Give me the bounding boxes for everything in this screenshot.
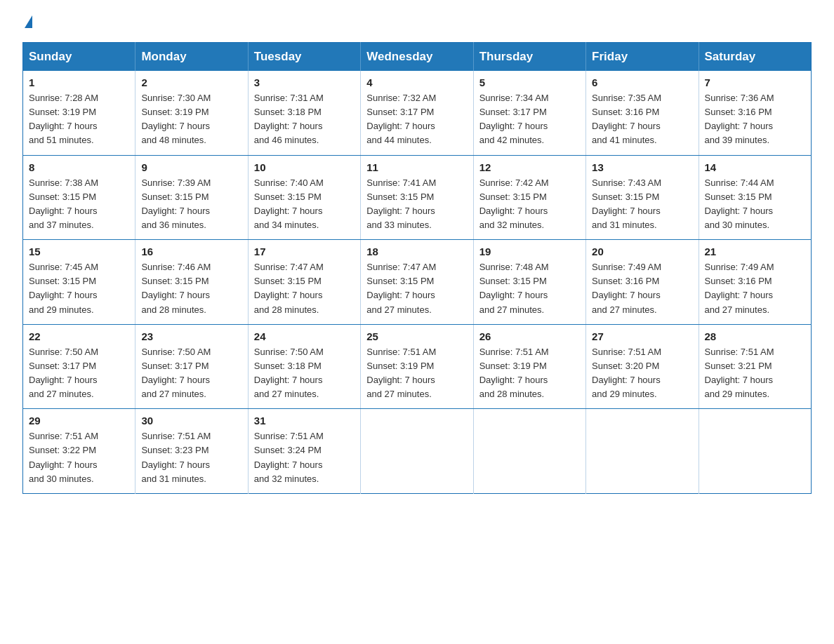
- day-info: Sunrise: 7:43 AMSunset: 3:15 PMDaylight:…: [592, 177, 661, 230]
- day-info: Sunrise: 7:46 AMSunset: 3:15 PMDaylight:…: [141, 262, 211, 314]
- day-info: Sunrise: 7:49 AMSunset: 3:16 PMDaylight:…: [592, 262, 661, 314]
- week-row-2: 8 Sunrise: 7:38 AMSunset: 3:15 PMDayligh…: [23, 155, 812, 240]
- day-number: 9: [141, 161, 241, 173]
- calendar-cell: 16 Sunrise: 7:46 AMSunset: 3:15 PMDaylig…: [135, 240, 248, 325]
- calendar-cell: 24 Sunrise: 7:50 AMSunset: 3:18 PMDaylig…: [248, 324, 360, 409]
- calendar-cell: [699, 409, 811, 494]
- day-info: Sunrise: 7:51 AMSunset: 3:24 PMDaylight:…: [254, 431, 324, 483]
- day-number: 14: [705, 161, 805, 173]
- day-number: 1: [29, 76, 129, 88]
- day-number: 12: [479, 161, 580, 173]
- calendar-table: SundayMondayTuesdayWednesdayThursdayFrid…: [22, 42, 812, 494]
- page-header: [22, 17, 812, 29]
- calendar-cell: 17 Sunrise: 7:47 AMSunset: 3:15 PMDaylig…: [248, 240, 360, 325]
- day-info: Sunrise: 7:31 AMSunset: 3:18 PMDaylight:…: [254, 93, 324, 145]
- calendar-cell: 19 Sunrise: 7:48 AMSunset: 3:15 PMDaylig…: [473, 240, 585, 325]
- day-info: Sunrise: 7:51 AMSunset: 3:20 PMDaylight:…: [592, 347, 661, 399]
- day-number: 16: [141, 246, 241, 257]
- day-number: 27: [592, 330, 692, 342]
- day-info: Sunrise: 7:48 AMSunset: 3:15 PMDaylight:…: [479, 262, 549, 314]
- day-number: 19: [479, 246, 580, 257]
- day-info: Sunrise: 7:36 AMSunset: 3:16 PMDaylight:…: [705, 93, 774, 145]
- calendar-cell: 22 Sunrise: 7:50 AMSunset: 3:17 PMDaylig…: [23, 324, 135, 409]
- day-number: 11: [366, 161, 467, 173]
- day-number: 29: [29, 415, 129, 427]
- calendar-cell: 5 Sunrise: 7:34 AMSunset: 3:17 PMDayligh…: [473, 71, 585, 155]
- day-info: Sunrise: 7:50 AMSunset: 3:18 PMDaylight:…: [254, 347, 324, 399]
- day-number: 22: [29, 330, 129, 342]
- calendar-cell: 29 Sunrise: 7:51 AMSunset: 3:22 PMDaylig…: [23, 409, 135, 494]
- calendar-cell: 21 Sunrise: 7:49 AMSunset: 3:16 PMDaylig…: [699, 240, 811, 325]
- day-info: Sunrise: 7:28 AMSunset: 3:19 PMDaylight:…: [29, 93, 98, 145]
- day-info: Sunrise: 7:38 AMSunset: 3:15 PMDaylight:…: [29, 177, 98, 230]
- calendar-cell: 12 Sunrise: 7:42 AMSunset: 3:15 PMDaylig…: [473, 155, 585, 240]
- day-number: 5: [479, 76, 580, 88]
- calendar-cell: 31 Sunrise: 7:51 AMSunset: 3:24 PMDaylig…: [248, 409, 360, 494]
- header-saturday: Saturday: [699, 43, 811, 72]
- day-info: Sunrise: 7:45 AMSunset: 3:15 PMDaylight:…: [29, 262, 98, 314]
- day-info: Sunrise: 7:44 AMSunset: 3:15 PMDaylight:…: [705, 177, 774, 230]
- header-tuesday: Tuesday: [248, 43, 360, 72]
- logo: [22, 17, 32, 29]
- calendar-cell: 28 Sunrise: 7:51 AMSunset: 3:21 PMDaylig…: [699, 324, 811, 409]
- header-monday: Monday: [135, 43, 248, 72]
- day-number: 24: [254, 330, 355, 342]
- header-wednesday: Wednesday: [361, 43, 473, 72]
- day-info: Sunrise: 7:51 AMSunset: 3:19 PMDaylight:…: [479, 347, 549, 399]
- calendar-cell: 26 Sunrise: 7:51 AMSunset: 3:19 PMDaylig…: [473, 324, 585, 409]
- day-info: Sunrise: 7:50 AMSunset: 3:17 PMDaylight:…: [29, 347, 98, 399]
- day-number: 10: [254, 161, 355, 173]
- day-number: 13: [592, 161, 692, 173]
- day-info: Sunrise: 7:51 AMSunset: 3:19 PMDaylight:…: [366, 347, 436, 399]
- calendar-cell: [361, 409, 473, 494]
- calendar-cell: 18 Sunrise: 7:47 AMSunset: 3:15 PMDaylig…: [361, 240, 473, 325]
- day-info: Sunrise: 7:35 AMSunset: 3:16 PMDaylight:…: [592, 93, 661, 145]
- day-number: 2: [141, 76, 241, 88]
- calendar-cell: 9 Sunrise: 7:39 AMSunset: 3:15 PMDayligh…: [135, 155, 248, 240]
- day-info: Sunrise: 7:41 AMSunset: 3:15 PMDaylight:…: [366, 177, 436, 230]
- calendar-cell: 6 Sunrise: 7:35 AMSunset: 3:16 PMDayligh…: [586, 71, 699, 155]
- day-number: 17: [254, 246, 355, 257]
- calendar-cell: 14 Sunrise: 7:44 AMSunset: 3:15 PMDaylig…: [699, 155, 811, 240]
- day-info: Sunrise: 7:51 AMSunset: 3:23 PMDaylight:…: [141, 431, 211, 483]
- week-row-5: 29 Sunrise: 7:51 AMSunset: 3:22 PMDaylig…: [23, 409, 812, 494]
- calendar-cell: 3 Sunrise: 7:31 AMSunset: 3:18 PMDayligh…: [248, 71, 360, 155]
- week-row-3: 15 Sunrise: 7:45 AMSunset: 3:15 PMDaylig…: [23, 240, 812, 325]
- day-number: 25: [366, 330, 467, 342]
- day-number: 18: [366, 246, 467, 257]
- day-number: 31: [254, 415, 355, 427]
- calendar-cell: 15 Sunrise: 7:45 AMSunset: 3:15 PMDaylig…: [23, 240, 135, 325]
- calendar-cell: 11 Sunrise: 7:41 AMSunset: 3:15 PMDaylig…: [361, 155, 473, 240]
- calendar-cell: 20 Sunrise: 7:49 AMSunset: 3:16 PMDaylig…: [586, 240, 699, 325]
- calendar-cell: 7 Sunrise: 7:36 AMSunset: 3:16 PMDayligh…: [699, 71, 811, 155]
- header-friday: Friday: [586, 43, 699, 72]
- day-info: Sunrise: 7:34 AMSunset: 3:17 PMDaylight:…: [479, 93, 549, 145]
- day-number: 6: [592, 76, 692, 88]
- logo-arrow-icon: [25, 15, 32, 28]
- day-number: 23: [141, 330, 241, 342]
- day-info: Sunrise: 7:49 AMSunset: 3:16 PMDaylight:…: [705, 262, 774, 314]
- day-number: 4: [366, 76, 467, 88]
- calendar-cell: 30 Sunrise: 7:51 AMSunset: 3:23 PMDaylig…: [135, 409, 248, 494]
- day-number: 28: [705, 330, 805, 342]
- day-info: Sunrise: 7:47 AMSunset: 3:15 PMDaylight:…: [366, 262, 436, 314]
- day-info: Sunrise: 7:51 AMSunset: 3:22 PMDaylight:…: [29, 431, 98, 483]
- day-number: 3: [254, 76, 355, 88]
- day-number: 30: [141, 415, 241, 427]
- header-sunday: Sunday: [23, 43, 135, 72]
- calendar-cell: 1 Sunrise: 7:28 AMSunset: 3:19 PMDayligh…: [23, 71, 135, 155]
- day-info: Sunrise: 7:30 AMSunset: 3:19 PMDaylight:…: [141, 93, 211, 145]
- day-number: 15: [29, 246, 129, 257]
- week-row-4: 22 Sunrise: 7:50 AMSunset: 3:17 PMDaylig…: [23, 324, 812, 409]
- calendar-cell: 13 Sunrise: 7:43 AMSunset: 3:15 PMDaylig…: [586, 155, 699, 240]
- calendar-cell: [473, 409, 585, 494]
- calendar-cell: 23 Sunrise: 7:50 AMSunset: 3:17 PMDaylig…: [135, 324, 248, 409]
- day-info: Sunrise: 7:42 AMSunset: 3:15 PMDaylight:…: [479, 177, 549, 230]
- calendar-cell: 4 Sunrise: 7:32 AMSunset: 3:17 PMDayligh…: [361, 71, 473, 155]
- calendar-cell: [586, 409, 699, 494]
- calendar-cell: 25 Sunrise: 7:51 AMSunset: 3:19 PMDaylig…: [361, 324, 473, 409]
- header-thursday: Thursday: [473, 43, 585, 72]
- day-number: 8: [29, 161, 129, 173]
- day-info: Sunrise: 7:50 AMSunset: 3:17 PMDaylight:…: [141, 347, 211, 399]
- day-number: 26: [479, 330, 580, 342]
